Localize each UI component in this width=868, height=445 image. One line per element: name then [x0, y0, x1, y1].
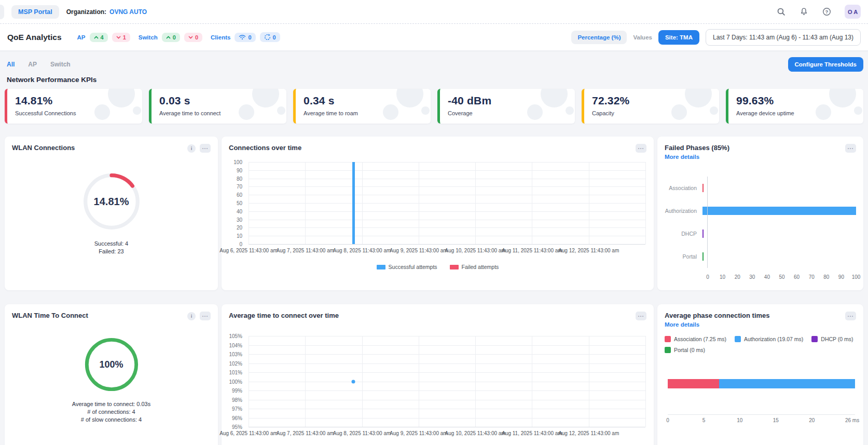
x-axis-ticks: 0510152026 ms [668, 417, 855, 425]
x-axis-tick-label: Aug 7, 2025 11:43:00 am [276, 430, 334, 436]
svg-text:?: ? [825, 9, 828, 15]
x-axis-tick-label: 20 [735, 274, 740, 280]
organization-link[interactable]: OVNG AUTO [109, 8, 147, 16]
kpi-cards-row: 14.81% Successful Connections 0.03 s Ave… [5, 89, 863, 124]
clients-wifi-badge[interactable]: 0 [235, 33, 255, 42]
configure-thresholds-button[interactable]: Configure Thresholds [788, 57, 863, 72]
clients-label: Clients [211, 34, 230, 41]
clients-roaming-badge[interactable]: 0 [260, 32, 280, 42]
bar-track [702, 184, 856, 192]
ap-down-badge[interactable]: 1 [112, 33, 130, 42]
gridline [532, 162, 532, 244]
arrow-down-icon [188, 35, 193, 39]
donut-center-value: 14.81% [81, 171, 142, 232]
switch-down-badge[interactable]: 0 [184, 33, 202, 42]
y-axis-tick-label: 105% [227, 333, 242, 339]
gridline [249, 195, 645, 195]
x-axis-tick-label: 20 [809, 417, 815, 423]
y-axis-tick-label: 95% [227, 424, 242, 430]
y-axis-tick-label: 20 [227, 225, 242, 231]
x-axis-tick-label: 50 [779, 274, 784, 280]
x-axis-tick-label: Aug 8, 2025 11:43:00 am [333, 248, 391, 253]
kpi-label: Capacity [592, 110, 713, 116]
legend-label: Successful attempts [389, 264, 437, 270]
data-bar-authorization [702, 207, 856, 215]
legend-item[interactable]: Portal (0 ms) [665, 347, 705, 353]
decorative-bubble [239, 104, 254, 120]
gridline [305, 162, 306, 244]
site-selector-button[interactable]: Site: TMA [658, 30, 699, 45]
legend-item[interactable]: Successful attempts [377, 264, 437, 270]
search-icon[interactable] [776, 7, 786, 17]
ellipsis-menu-icon[interactable]: ... [845, 312, 856, 320]
x-axis-tick-label: 60 [794, 274, 800, 280]
x-axis-tick-label: 30 [749, 274, 755, 280]
tab-switch[interactable]: Switch [50, 61, 71, 68]
legend-label: Portal (0 ms) [674, 347, 705, 353]
unit-toggle-values[interactable]: Values [633, 34, 652, 41]
gridline [249, 203, 645, 204]
switch-up-badge[interactable]: 0 [162, 33, 180, 42]
ellipsis-menu-icon[interactable]: ... [636, 144, 646, 153]
plot-area [249, 162, 645, 244]
legend-item[interactable]: DHCP (0 ms) [811, 336, 853, 342]
slow-connections-count-line: # of slow connections: 4 [72, 416, 150, 424]
bar-segment-authorization [719, 379, 855, 388]
legend-item[interactable]: Authorization (19.07 ms) [735, 336, 803, 342]
gridline [249, 179, 645, 179]
unit-toggle-percentage[interactable]: Percentage (%) [571, 31, 627, 44]
ellipsis-menu-icon[interactable]: ... [845, 144, 856, 153]
gridline [419, 336, 419, 427]
info-icon[interactable]: i [187, 144, 196, 153]
decorative-bubble [277, 106, 285, 115]
y-axis-tick-label: 104% [227, 342, 242, 348]
ellipsis-menu-icon[interactable]: ... [200, 312, 211, 320]
x-axis-tick-label: Aug 9, 2025 11:43:00 am [390, 430, 448, 436]
x-axis-tick-label: 80 [823, 274, 829, 280]
info-icon[interactable]: i [187, 312, 196, 320]
ellipsis-menu-icon[interactable]: ... [636, 312, 646, 320]
arrow-down-icon [116, 35, 121, 39]
chart-legend: Successful attemptsFailed attempts [229, 264, 646, 270]
page-title: QoE Analytics [7, 33, 62, 42]
legend-label: Authorization (19.07 ms) [744, 336, 803, 342]
help-icon[interactable]: ? [822, 7, 831, 17]
tab-all[interactable]: All [7, 61, 15, 68]
gridline [249, 427, 645, 427]
ap-up-badge[interactable]: 4 [90, 33, 108, 42]
x-axis-tick-label: 40 [764, 274, 770, 280]
bar-track [702, 230, 856, 238]
more-details-link[interactable]: More details [665, 321, 699, 328]
user-avatar[interactable]: O A [845, 5, 861, 19]
gridline [249, 236, 645, 236]
x-axis-tick-label: 26 ms [845, 417, 859, 423]
notifications-bell-icon[interactable] [799, 7, 808, 17]
successful-count: Successful: 4 [94, 240, 128, 248]
legend-item[interactable]: Failed attempts [450, 264, 499, 270]
tab-ap[interactable]: AP [28, 61, 37, 68]
decorative-bubble [671, 104, 687, 120]
avg-time-to-connect-line: Average time to connect: 0.03s [72, 400, 150, 408]
x-axis-tick-label: 15 [773, 417, 779, 423]
ellipsis-menu-icon[interactable]: ... [200, 144, 211, 153]
gridline [249, 418, 645, 419]
gridline [249, 336, 645, 336]
collapsed-nav-handle[interactable] [0, 5, 4, 19]
chart-title: Connections over time [229, 144, 301, 152]
y-axis-tick-label: 97% [227, 406, 242, 412]
avg-time-to-connect-panel: Average time to connect over time ... 10… [222, 304, 654, 445]
gridline [249, 409, 645, 409]
failed-phases-panel: Failed Phases (85%) More details ... Ass… [657, 137, 863, 290]
failed-phase-row: DHCP [665, 222, 856, 245]
chart-title: Average phase connection times [665, 312, 770, 319]
decorative-bubble [527, 104, 543, 120]
organization-label: Organization: [66, 8, 106, 16]
more-details-link[interactable]: More details [665, 154, 699, 160]
legend-item[interactable]: Association (7.25 ms) [665, 336, 726, 342]
legend-swatch [735, 336, 741, 342]
date-range-picker[interactable]: Last 7 Days: 11:43 am (Aug 6) - 11:43 am… [706, 29, 861, 46]
y-axis-tick-label: 98% [227, 397, 242, 402]
gridline [362, 162, 363, 244]
msp-portal-button[interactable]: MSP Portal [11, 5, 59, 19]
gridline [249, 186, 645, 187]
